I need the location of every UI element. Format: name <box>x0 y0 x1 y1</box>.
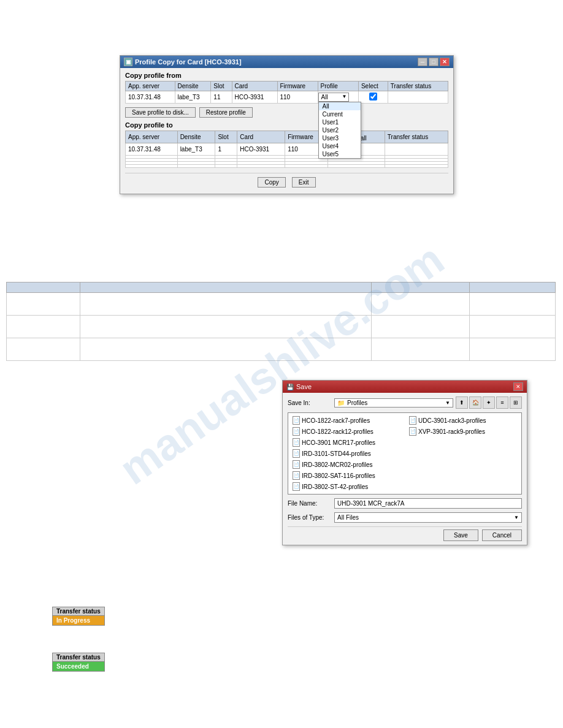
file-item-3[interactable]: 📄 IRD-3101-STD44-profiles <box>291 449 402 458</box>
col-card: Card <box>232 82 277 91</box>
grid-cell-2-2 <box>80 316 372 338</box>
grid-row-2 <box>7 316 556 338</box>
col-select: Select <box>358 82 388 91</box>
option-user2[interactable]: User2 <box>319 126 361 134</box>
titlebar-controls: ─ □ ✕ <box>418 58 450 66</box>
grid-table-section <box>6 282 556 361</box>
dialog-body: Copy profile from App. server Densite Sl… <box>120 68 453 194</box>
grid-row-3 <box>7 338 556 361</box>
save-in-folder-icon-row: 📁 Profiles ▼ <box>334 398 453 408</box>
option-user4[interactable]: User4 <box>319 142 361 150</box>
file-item-5[interactable]: 📄 IRD-3802-SAT-116-profiles <box>291 471 402 480</box>
col-profile: Profile <box>318 82 358 91</box>
exit-button[interactable]: Exit <box>292 177 316 188</box>
grid-cell-3-4 <box>470 338 556 361</box>
empty-row-4 <box>126 165 448 168</box>
option-user1[interactable]: User1 <box>319 118 361 126</box>
from-transfer-status <box>388 91 448 104</box>
save-dialog-title: Save <box>296 383 312 390</box>
file-icon-3: 📄 <box>293 449 300 458</box>
grid-col4-header <box>470 282 556 293</box>
from-app-server: 10.37.31.48 <box>126 91 175 104</box>
copy-from-table: App. server Densite Slot Card Firmware P… <box>125 81 448 104</box>
grid-cell-3-1 <box>7 338 80 361</box>
minimize-button[interactable]: ─ <box>418 58 427 66</box>
profile-copy-dialog: ▣ Profile Copy for Card [HCO-3931] ─ □ ✕… <box>120 55 454 194</box>
save-toolbar: ⬆ 🏠 ✦ ≡ ⊞ <box>456 396 522 409</box>
file-item-r1[interactable]: 📄 XVP-3901-rack9-profiles <box>407 427 519 436</box>
profile-dropdown-btn[interactable]: All ▼ <box>318 93 349 102</box>
to-slot: 1 <box>215 143 237 156</box>
toolbar-btn-list-1[interactable]: ≡ <box>496 396 508 409</box>
file-name-0: HCO-1822-rack7-profiles <box>302 417 370 424</box>
file-icon-2: 📄 <box>293 438 300 447</box>
dropdown-arrow-icon: ▼ <box>342 94 347 99</box>
maximize-button[interactable]: □ <box>429 58 439 66</box>
option-user5[interactable]: User5 <box>319 150 361 158</box>
grid-col1-header <box>7 282 80 293</box>
files-of-type-value: All Files <box>337 514 359 521</box>
save-action-buttons: Save Cancel <box>288 526 522 541</box>
grid-col2-header <box>80 282 372 293</box>
toolbar-btn-list-2[interactable]: ⊞ <box>510 396 522 409</box>
toolbar-btn-3[interactable]: ✦ <box>483 396 495 409</box>
file-item-0[interactable]: 📄 HCO-1822-rack7-profiles <box>291 415 402 425</box>
save-in-row: Save In: 📁 Profiles ▼ ⬆ 🏠 ✦ ≡ ⊞ <box>288 396 522 409</box>
file-columns: 📄 HCO-1822-rack7-profiles 📄 HCO-1822-rac… <box>291 415 519 491</box>
profile-copy-dialog-section: ▣ Profile Copy for Card [HCO-3931] ─ □ ✕… <box>120 55 454 194</box>
file-col-left: 📄 HCO-1822-rack7-profiles 📄 HCO-1822-rac… <box>291 415 402 491</box>
restore-profile-button[interactable]: Restore profile <box>199 107 253 118</box>
dialog-buttons-row: Save profile to disk... Restore profile <box>125 107 448 118</box>
save-to-disk-button[interactable]: Save profile to disk... <box>125 107 196 118</box>
copy-from-label: Copy profile from <box>125 72 448 79</box>
col-densite: Densite <box>175 82 211 91</box>
toolbar-btn-2[interactable]: 🏠 <box>469 396 481 409</box>
grid-cell-2-3 <box>372 316 470 338</box>
file-name-2: HCO-3901 MCR17-profiles <box>302 439 375 446</box>
file-item-r0[interactable]: 📄 UDC-3901-rack3-profiles <box>407 415 519 425</box>
from-densite: labe_T3 <box>175 91 211 104</box>
to-col-slot: Slot <box>215 131 237 143</box>
to-col-card: Card <box>237 131 285 143</box>
copy-button[interactable]: Copy <box>258 177 285 188</box>
file-icon-r1: 📄 <box>409 427 416 436</box>
file-name-6: IRD-3802-ST-42-profiles <box>302 483 368 490</box>
save-close-button[interactable]: ✕ <box>513 382 523 391</box>
save-titlebar: 💾 Save ✕ <box>283 381 527 393</box>
to-transfer-status <box>385 143 448 156</box>
save-in-value: Profiles <box>347 400 367 406</box>
from-card: HCO-3931 <box>232 91 277 104</box>
file-item-1[interactable]: 📄 HCO-1822-rack12-profiles <box>291 427 402 436</box>
save-titlebar-controls: ✕ <box>513 382 523 391</box>
from-firmware: 110 <box>277 91 318 104</box>
files-of-type-arrow: ▼ <box>514 515 519 520</box>
toolbar-btn-1[interactable]: ⬆ <box>456 396 468 409</box>
to-col-densite: Densite <box>177 131 215 143</box>
save-dialog: 💾 Save ✕ Save In: 📁 Profiles ▼ ⬆ 🏠 <box>282 380 527 545</box>
save-dialog-section: 💾 Save ✕ Save In: 📁 Profiles ▼ ⬆ 🏠 <box>282 380 527 545</box>
option-current[interactable]: Current <box>319 110 361 118</box>
file-name-input[interactable] <box>334 498 522 509</box>
file-name-r0: UDC-3901-rack3-profiles <box>418 417 486 424</box>
grid-cell-1-1 <box>7 293 80 316</box>
from-select-checkbox[interactable] <box>369 93 377 100</box>
file-item-6[interactable]: 📄 IRD-3802-ST-42-profiles <box>291 482 402 491</box>
save-btn[interactable]: Save <box>443 529 478 541</box>
file-item-4[interactable]: 📄 IRD-3802-MCR02-profiles <box>291 460 402 469</box>
close-button[interactable]: ✕ <box>440 58 450 66</box>
grid-cell-3-2 <box>80 338 372 361</box>
transfer-status-succeeded-section: Transfer status Succeeded <box>52 653 105 672</box>
titlebar-left: ▣ Profile Copy for Card [HCO-3931] <box>124 58 242 66</box>
save-in-label: Save In: <box>288 400 332 406</box>
file-icon-0: 📄 <box>293 416 300 425</box>
option-user3[interactable]: User3 <box>319 134 361 142</box>
transfer-status-succeeded-header: Transfer status <box>53 653 104 662</box>
file-name-1: HCO-1822-rack12-profiles <box>302 428 373 435</box>
file-name-r1: XVP-3901-rack9-profiles <box>418 428 485 435</box>
file-item-2[interactable]: 📄 HCO-3901 MCR17-profiles <box>291 438 402 447</box>
option-all[interactable]: All <box>319 102 361 110</box>
files-of-type-row: Files of Type: All Files ▼ <box>288 512 522 523</box>
files-of-type-combo[interactable]: All Files ▼ <box>334 512 522 523</box>
copy-to-table: App. server Densite Slot Card Firmware S… <box>125 131 448 168</box>
cancel-btn[interactable]: Cancel <box>482 529 522 541</box>
